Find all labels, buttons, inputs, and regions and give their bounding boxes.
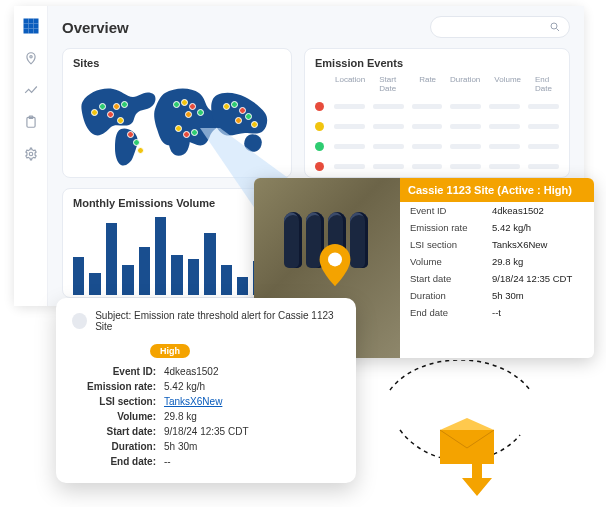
chart-bar [89, 273, 100, 295]
site-dot[interactable] [107, 111, 114, 118]
svg-marker-18 [440, 418, 494, 430]
site-dot[interactable] [91, 109, 98, 116]
site-dot[interactable] [117, 117, 124, 124]
svg-rect-6 [24, 29, 28, 33]
mail-key: End date: [72, 456, 164, 467]
site-dot[interactable] [99, 103, 106, 110]
site-dot[interactable] [197, 109, 204, 116]
svg-marker-20 [462, 460, 492, 496]
event-row[interactable] [315, 159, 559, 173]
detail-value: 9/18/24 12:35 CDT [492, 273, 584, 284]
site-dot[interactable] [245, 113, 252, 120]
status-dot [315, 122, 324, 131]
site-dot[interactable] [113, 103, 120, 110]
analytics-icon[interactable] [23, 82, 39, 98]
detail-row: Emission rate5.42 kg/h [400, 219, 594, 236]
svg-line-14 [557, 29, 560, 32]
emission-events-card: Emission Events LocationStart DateRateDu… [304, 48, 570, 178]
svg-point-13 [551, 23, 557, 29]
site-dot[interactable] [231, 101, 238, 108]
mail-value: 9/18/24 12:35 CDT [164, 426, 249, 437]
chart-bar [188, 259, 199, 295]
detail-key: Emission rate [410, 222, 492, 233]
site-dot[interactable] [173, 101, 180, 108]
mail-key: Duration: [72, 441, 164, 452]
search-input[interactable] [430, 16, 570, 38]
site-dot[interactable] [183, 131, 190, 138]
svg-rect-3 [24, 24, 28, 28]
detail-key: Event ID [410, 205, 492, 216]
detail-row: Event ID4dkeas1502 [400, 202, 594, 219]
email-alert-popup: Subject: Emission rate threshold alert f… [56, 298, 356, 483]
mail-key: Event ID: [72, 366, 164, 377]
site-dot[interactable] [235, 117, 242, 124]
mail-row: Start date:9/18/24 12:35 CDT [72, 424, 340, 439]
events-title: Emission Events [315, 57, 559, 69]
column-header: Volume [494, 75, 521, 93]
site-dot[interactable] [185, 111, 192, 118]
svg-point-16 [328, 252, 342, 266]
mev-title: Monthly Emissions Volume [73, 197, 281, 209]
site-dot[interactable] [137, 147, 144, 154]
status-dot [315, 142, 324, 151]
site-dot[interactable] [189, 103, 196, 110]
site-dot[interactable] [191, 129, 198, 136]
detail-value: 5.42 kg/h [492, 222, 584, 233]
mail-value: -- [164, 456, 171, 467]
site-dot[interactable] [133, 139, 140, 146]
site-dot[interactable] [223, 103, 230, 110]
location-icon[interactable] [23, 50, 39, 66]
mail-value: 29.8 kg [164, 411, 197, 422]
site-dot[interactable] [175, 125, 182, 132]
event-row[interactable] [315, 99, 559, 113]
event-row[interactable] [315, 119, 559, 133]
mail-row: Duration:5h 30m [72, 439, 340, 454]
detail-row: Volume29.8 kg [400, 253, 594, 270]
chart-bar [204, 233, 215, 295]
mail-key: Emission rate: [72, 381, 164, 392]
detail-value: --t [492, 307, 584, 318]
svg-rect-0 [24, 19, 28, 23]
mail-header: Subject: Emission rate threshold alert f… [72, 310, 340, 332]
events-columns: LocationStart DateRateDurationVolumeEnd … [315, 73, 559, 99]
site-dot[interactable] [121, 101, 128, 108]
page-title: Overview [62, 19, 129, 36]
mail-row: LSI section:TanksX6New [72, 394, 340, 409]
site-dot[interactable] [127, 131, 134, 138]
gear-icon[interactable] [23, 146, 39, 162]
mail-key: Start date: [72, 426, 164, 437]
map-pin-icon [318, 244, 352, 290]
chart-bar [171, 255, 182, 295]
column-header: Rate [419, 75, 436, 93]
site-dot[interactable] [239, 107, 246, 114]
chart-bar [122, 265, 133, 295]
detail-key: Start date [410, 273, 492, 284]
svg-rect-8 [34, 29, 38, 33]
detail-value: 4dkeas1502 [492, 205, 584, 216]
detail-key: LSI section [410, 239, 492, 250]
avatar [72, 313, 87, 329]
detail-row: LSI sectionTanksX6New [400, 236, 594, 253]
detail-key: Duration [410, 290, 492, 301]
mail-row: End date:-- [72, 454, 340, 469]
clipboard-icon[interactable] [23, 114, 39, 130]
events-rows [315, 99, 559, 173]
event-row[interactable] [315, 139, 559, 153]
column-header: End Date [535, 75, 559, 93]
detail-value: 29.8 kg [492, 256, 584, 267]
mail-row: Volume:29.8 kg [72, 409, 340, 424]
status-dot [315, 102, 324, 111]
mail-value: 5.42 kg/h [164, 381, 205, 392]
chart-bar [221, 265, 232, 295]
grid-icon[interactable] [23, 18, 39, 34]
site-dot[interactable] [251, 121, 258, 128]
chart-bar [73, 257, 84, 295]
envelope-graphic [370, 360, 570, 500]
site-dot[interactable] [181, 99, 188, 106]
severity-badge: High [150, 344, 190, 358]
world-map[interactable] [73, 73, 281, 173]
mail-subject: Subject: Emission rate threshold alert f… [95, 310, 340, 332]
status-dot [315, 162, 324, 171]
mail-value[interactable]: TanksX6New [164, 396, 222, 407]
svg-rect-5 [34, 24, 38, 28]
